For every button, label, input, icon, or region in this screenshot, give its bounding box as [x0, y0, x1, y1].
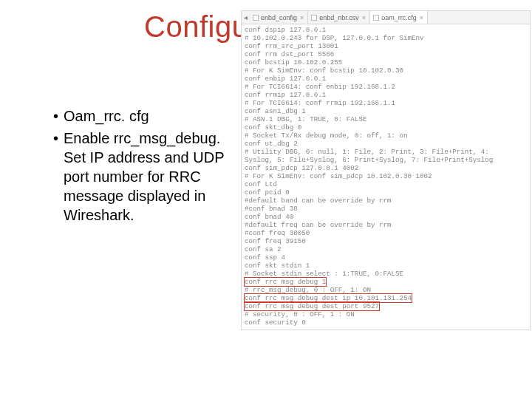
code-line: conf dspip 127.0.0.1: [245, 26, 527, 34]
list-item: • Oam_rrc. cfg: [53, 106, 239, 126]
list-item-label: Oam_rrc. cfg: [64, 106, 239, 126]
code-line: conf sim_pdcp 127.0.0.1 4002: [245, 164, 527, 172]
code-line: # security, 0 : OFF, 1 : ON: [245, 310, 527, 318]
code-line: #conf bnad 38: [245, 205, 527, 213]
close-icon[interactable]: ×: [361, 14, 366, 21]
highlight-box: conf rrc msg debug dest port 9527: [245, 302, 379, 310]
file-icon: [373, 15, 379, 21]
chevron-left-icon[interactable]: ◂: [242, 13, 250, 21]
code-line: conf freq 39150: [245, 237, 527, 245]
tab-oam-rrc[interactable]: oam_rrc.cfg ×: [370, 11, 428, 24]
highlight-box: conf rrc msg debug 1: [245, 278, 326, 286]
code-line: conf security 0: [245, 318, 527, 327]
code-line: conf skt stdin 1: [245, 262, 527, 270]
code-line: #default freq can be override by rrm: [245, 221, 527, 229]
code-line: conf rrm_src_port 13001: [245, 42, 527, 50]
tab-label: oam_rrc.cfg: [381, 14, 417, 21]
code-line: # For K SimEnv: conf bcstip 10.102.0.30: [245, 66, 527, 75]
code-line: conf bnad 40: [245, 213, 527, 221]
tab-enbd-nbr[interactable]: enbd_nbr.csv ×: [308, 11, 370, 24]
tab-label: enbd_config: [261, 14, 297, 21]
code-line: conf ut_dbg 2: [245, 140, 527, 148]
code-line: conf rrc msg debug 1: [245, 278, 527, 286]
code-line: conf enbip 127.0.0.1: [245, 75, 527, 83]
code-line: conf rrm dst_port 5566: [245, 50, 527, 58]
close-icon[interactable]: ×: [299, 14, 304, 21]
code-line: conf sa 2: [245, 245, 527, 253]
close-icon[interactable]: ×: [419, 14, 424, 21]
list-item-label: Enable rrc_msg_debug. Set IP address and…: [64, 129, 239, 225]
bullet-dot-icon: •: [53, 106, 64, 126]
bullet-list: • Oam_rrc. cfg • Enable rrc_msg_debug. S…: [53, 106, 239, 228]
file-icon: [253, 15, 259, 21]
code-line: conf rrmip 127.0.0.1: [245, 91, 527, 99]
code-line: # 10.102.0.243 for DSP, 127.0.0.1 for Si…: [245, 34, 527, 42]
code-line: conf rrc msg debug dest port 9527: [245, 302, 527, 310]
code-line: # ASN.1 DBG, 1: TRUE, 0: FALSE: [245, 115, 527, 123]
code-line: conf rrc msg debug dest ip 10.101.131.25…: [245, 294, 527, 302]
code-line: # For K SimEnv: conf sim_pdcp 10.102.0.3…: [245, 172, 527, 180]
code-line: conf Ltd: [245, 180, 527, 188]
code-line: conf asn1_dbg 1: [245, 107, 527, 115]
code-line: conf bcstip 10.102.0.255: [245, 58, 527, 66]
code-line: conf ssp 4: [245, 253, 527, 262]
code-line: #conf freq 38050: [245, 229, 527, 237]
code-line: # Socket stdin select : 1:TRUE, 0:FALSE: [245, 270, 527, 278]
page-title: Configu: [144, 10, 248, 44]
tab-bar: ◂ enbd_config × enbd_nbr.csv × oam_rrc.c…: [242, 11, 530, 24]
editor-pane: ◂ enbd_config × enbd_nbr.csv × oam_rrc.c…: [241, 10, 531, 330]
highlight-box: conf rrc msg debug dest ip 10.101.131.25…: [245, 294, 412, 302]
code-line: # rrc_msg_debug, 0 : OFF, 1: ON: [245, 286, 527, 294]
code-line: # Utility DBG, 0: null, 1: File, 2: Prin…: [245, 148, 527, 156]
code-line: # For TCI6614: conf rrmip 192.168.1.1: [245, 99, 527, 107]
code-line: #default band can be override by rrm: [245, 197, 527, 205]
code-body: conf dspip 127.0.0.1# 10.102.0.243 for D…: [242, 24, 530, 330]
code-line: # For TCI6614: conf enbip 192.168.1.2: [245, 83, 527, 91]
code-line: # Socket Tx/Rx debug mode, 0: off, 1: on: [245, 132, 527, 140]
tab-enbd-config[interactable]: enbd_config ×: [250, 11, 308, 24]
code-line: conf skt_dbg 0: [245, 123, 527, 132]
bullet-dot-icon: •: [53, 129, 64, 225]
file-icon: [311, 15, 317, 21]
code-line: conf pcid 0: [245, 188, 527, 197]
code-line: Syslog, 5: File+Syslog, 6: Print+Syslog,…: [245, 156, 527, 164]
list-item: • Enable rrc_msg_debug. Set IP address a…: [53, 129, 239, 225]
tab-label: enbd_nbr.csv: [319, 14, 359, 21]
